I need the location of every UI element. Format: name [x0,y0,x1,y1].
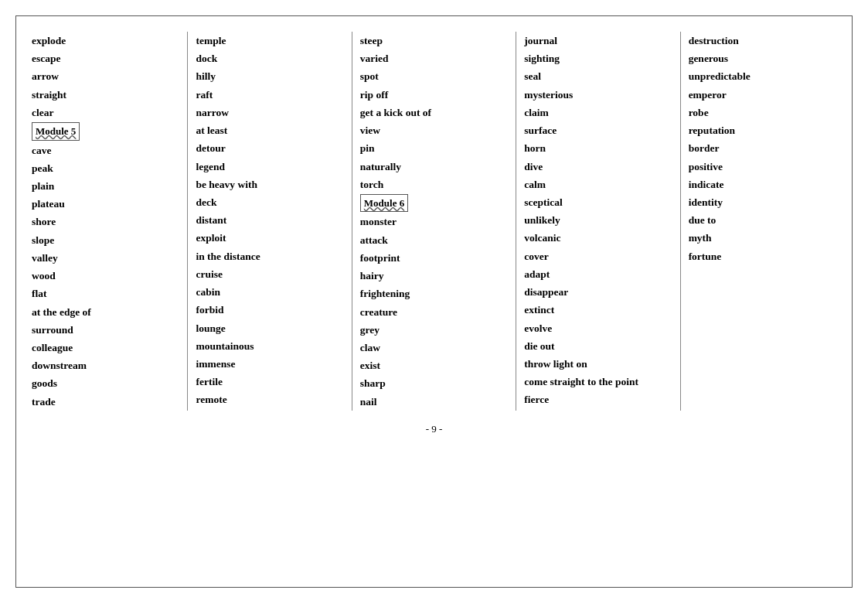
column-5: destructiongenerousunpredictableemperorr… [681,32,844,411]
word-item: fortune [689,247,836,265]
word-item: volcanic [524,229,672,247]
word-item: sceptical [524,193,672,211]
word-item: border [689,139,836,157]
word-item: narrow [196,104,343,121]
word-item: valley [32,249,179,267]
word-item: cover [524,247,672,265]
word-item: throw light on [524,355,672,373]
content-border: explodeescapearrowstraightclearModule 5c… [15,15,853,588]
word-item: cruise [196,265,343,283]
word-item: flat [32,285,179,302]
word-item: at least [196,121,343,139]
word-item: exist [360,356,508,374]
module-badge-module-6: Module 6 [360,194,408,213]
word-item: rip off [360,86,508,104]
word-item: horn [524,139,672,157]
word-item: lounge [196,319,343,337]
word-item: wood [32,267,179,285]
word-item: die out [524,337,672,355]
word-item: escape [32,49,179,67]
word-item: frightening [360,285,508,302]
word-item: monster [360,213,508,230]
word-item: slope [32,231,179,249]
word-item: generous [689,49,836,67]
word-item: steep [360,32,508,49]
word-item: myth [689,229,836,247]
word-item: identity [689,193,836,211]
word-item: indicate [689,176,836,193]
word-item: fierce [524,391,672,408]
word-item: evolve [524,319,672,337]
word-item: dock [196,49,343,67]
word-item: hairy [360,267,508,285]
word-item: calm [524,176,672,193]
word-item: plain [32,177,179,195]
word-item: surface [524,121,672,139]
word-item: disappear [524,283,672,301]
word-item: colleague [32,339,179,356]
word-item: come straight to the point [524,373,672,391]
word-item: naturally [360,158,508,176]
word-item: nail [360,393,508,411]
column-3: steepvariedspotrip offget a kick out ofv… [352,32,516,411]
word-item: spot [360,67,508,85]
word-item: be heavy with [196,176,343,193]
word-item: claim [524,104,672,121]
word-item: footprint [360,249,508,267]
word-item: fertile [196,373,343,391]
word-item: mountainous [196,337,343,355]
word-item: robe [689,104,836,121]
word-item: seal [524,67,672,85]
word-item: in the distance [196,247,343,265]
word-item: sighting [524,49,672,67]
word-item: mysterious [524,86,672,104]
word-item: explode [32,32,179,49]
word-item: distant [196,211,343,229]
word-item: peak [32,159,179,177]
word-item: downstream [32,356,179,374]
word-item: immense [196,355,343,373]
word-item: remote [196,391,343,408]
word-item: claw [360,339,508,356]
word-item: goods [32,374,179,392]
word-item: detour [196,139,343,157]
word-item: shore [32,213,179,230]
word-item: due to [689,211,836,229]
word-item: emperor [689,86,836,104]
word-item: hilly [196,67,343,85]
word-item: view [360,121,508,139]
page-number: - 9 - [24,423,844,435]
word-item: journal [524,32,672,49]
word-item: grey [360,321,508,339]
word-item: unpredictable [689,67,836,85]
module-badge-module-5: Module 5 [32,122,80,141]
word-item: cabin [196,283,343,301]
column-4: journalsightingsealmysteriousclaimsurfac… [516,32,680,411]
word-item: cave [32,142,179,159]
word-item: deck [196,193,343,211]
word-item: forbid [196,301,343,319]
word-item: get a kick out of [360,104,508,121]
word-item: dive [524,158,672,176]
word-item: arrow [32,67,179,85]
word-item: straight [32,86,179,104]
page: explodeescapearrowstraightclearModule 5c… [0,0,868,614]
word-item: destruction [689,32,836,49]
word-item: varied [360,49,508,67]
column-2: templedockhillyraftnarrowat leastdetourl… [188,32,352,411]
word-item: extinct [524,301,672,319]
columns-wrapper: explodeescapearrowstraightclearModule 5c… [24,32,844,411]
word-item: unlikely [524,211,672,229]
word-item: adapt [524,265,672,283]
word-item: trade [32,393,179,411]
word-item: at the edge of [32,303,179,321]
word-item: torch [360,176,508,193]
column-1: explodeescapearrowstraightclearModule 5c… [24,32,188,411]
word-item: attack [360,231,508,249]
word-item: positive [689,158,836,176]
word-item: surround [32,321,179,339]
word-item: exploit [196,229,343,247]
word-item: creature [360,303,508,321]
word-item: legend [196,158,343,176]
word-item: pin [360,139,508,157]
